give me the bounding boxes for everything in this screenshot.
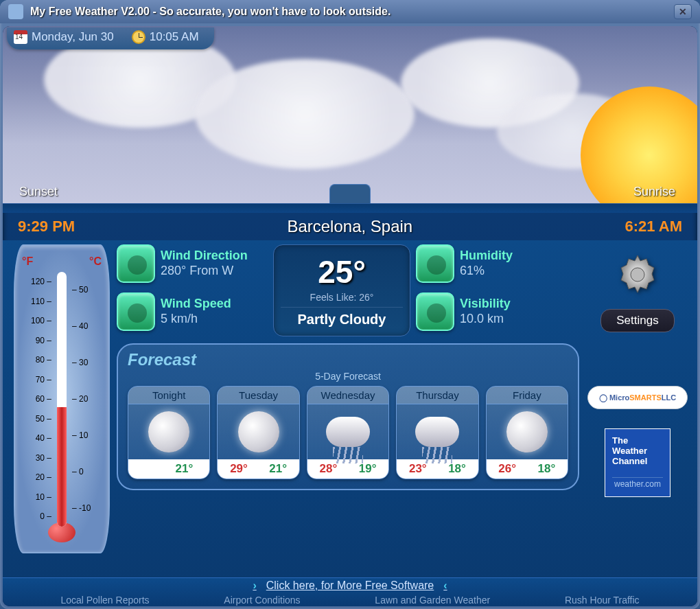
stat-label: Humidity bbox=[460, 249, 513, 264]
forecast-low: 18° bbox=[448, 462, 466, 476]
sky-panel: Sunset Sunrise Monday, Jun 30 10:05 AM bbox=[3, 26, 697, 203]
window-title: My Free Weather V2.00 - So accurate, you… bbox=[30, 5, 674, 18]
footer-link[interactable]: Lawn and Garden Weather bbox=[375, 595, 490, 606]
location-label: Barcelona, Spain bbox=[287, 217, 412, 236]
humidity-icon bbox=[416, 244, 454, 283]
fahrenheit-label: °F bbox=[22, 255, 33, 268]
stat-value: 61% bbox=[460, 264, 513, 279]
forecast-weather-icon bbox=[487, 404, 568, 459]
location-bar: 9:29 PM Barcelona, Spain 6:21 AM bbox=[3, 213, 697, 240]
weather-channel-logo[interactable]: TheWeatherChannel weather.com bbox=[605, 428, 670, 497]
current-date: Monday, Jun 30 bbox=[32, 30, 114, 44]
close-button[interactable]: ✕ bbox=[674, 4, 692, 19]
stat-label: Visibility bbox=[460, 297, 511, 312]
stat-value: 5 km/h bbox=[161, 312, 231, 327]
humidity-card: Humidity61% bbox=[416, 244, 567, 283]
clock-icon bbox=[132, 30, 145, 44]
wind-speed-icon bbox=[117, 292, 155, 331]
visibility-icon bbox=[416, 292, 454, 331]
forecast-day-name: Thursday bbox=[397, 387, 478, 404]
forecast-weather-icon bbox=[218, 404, 299, 459]
stat-value: 280° From W bbox=[161, 264, 248, 279]
forecast-high: 29° bbox=[230, 462, 248, 476]
current-temperature: 25° bbox=[281, 253, 403, 290]
celsius-label: °C bbox=[89, 255, 102, 268]
sunrise-time: 6:21 AM bbox=[625, 218, 682, 235]
feels-like: Feels Like: 26° bbox=[281, 292, 403, 303]
forecast-high: 23° bbox=[409, 462, 427, 476]
more-software-link[interactable]: › Click here, for More Free Software ‹ bbox=[3, 578, 697, 593]
chevron-left-icon: ‹ bbox=[443, 579, 447, 592]
sunset-tab-label[interactable]: Sunset bbox=[19, 185, 58, 199]
footer: › Click here, for More Free Software ‹ L… bbox=[3, 577, 697, 606]
footer-link[interactable]: Airport Conditions bbox=[224, 595, 300, 606]
forecast-weather-icon bbox=[397, 404, 478, 459]
visibility-card: Visibility10.0 km bbox=[416, 292, 567, 331]
forecast-day-name: Friday bbox=[487, 387, 568, 404]
thermometer: °F °C 120 –110 –100 –90 –80 –70 –60 –50 … bbox=[14, 244, 110, 553]
thermometer-tube bbox=[57, 272, 67, 527]
forecast-day-card[interactable]: Wednesday 28°19° bbox=[307, 386, 389, 479]
settings-button[interactable]: Settings bbox=[600, 309, 674, 332]
forecast-high: 28° bbox=[320, 462, 338, 476]
wind-speed-card: Wind Speed5 km/h bbox=[117, 292, 268, 331]
current-time: 10:05 AM bbox=[150, 30, 199, 44]
forecast-high: 26° bbox=[498, 462, 516, 476]
wind-direction-icon bbox=[117, 244, 155, 283]
cloud-icon bbox=[195, 59, 415, 169]
drag-handle[interactable] bbox=[329, 184, 371, 203]
forecast-subheading: 5-Day Forecast bbox=[128, 371, 568, 382]
f-scale: 120 –110 –100 –90 –80 –70 –60 –50 –40 –3… bbox=[23, 272, 51, 527]
forecast-day-card[interactable]: Tuesday 29°21° bbox=[217, 386, 299, 479]
microsmarts-logo[interactable]: ◯ MicroSMARTSLLC bbox=[587, 386, 688, 409]
forecast-day-card[interactable]: Thursday 23°18° bbox=[396, 386, 478, 479]
footer-link[interactable]: Local Pollen Reports bbox=[60, 595, 149, 606]
forecast-panel: Forecast 5-Day Forecast Tonight 21° Tues… bbox=[117, 343, 579, 490]
stat-value: 10.0 km bbox=[460, 312, 511, 327]
forecast-low: 19° bbox=[359, 462, 377, 476]
sunrise-tab-label[interactable]: Sunrise bbox=[633, 185, 675, 199]
stat-label: Wind Speed bbox=[161, 297, 231, 312]
date-time-pill: Monday, Jun 30 10:05 AM bbox=[7, 27, 214, 49]
titlebar[interactable]: My Free Weather V2.00 - So accurate, you… bbox=[0, 0, 700, 23]
chevron-right-icon: › bbox=[253, 579, 256, 592]
forecast-day-card[interactable]: Tonight 21° bbox=[128, 386, 210, 479]
forecast-day-name: Tuesday bbox=[218, 387, 299, 404]
forecast-low: 21° bbox=[176, 462, 194, 476]
calendar-icon bbox=[14, 30, 27, 44]
wind-direction-card: Wind Direction280° From W bbox=[117, 244, 268, 283]
forecast-day-card[interactable]: Friday 26°18° bbox=[486, 386, 568, 479]
forecast-weather-icon bbox=[128, 404, 209, 459]
forecast-weather-icon bbox=[307, 404, 388, 459]
settings-gear-icon[interactable] bbox=[616, 253, 660, 297]
stat-label: Wind Direction bbox=[161, 249, 248, 264]
forecast-heading: Forecast bbox=[128, 350, 568, 369]
current-temp-box: 25° Feels Like: 26° Partly Cloudy bbox=[273, 244, 410, 336]
app-logo-icon bbox=[8, 4, 23, 19]
forecast-low: 21° bbox=[269, 462, 287, 476]
svg-point-0 bbox=[631, 268, 644, 281]
forecast-day-name: Tonight bbox=[128, 387, 209, 404]
forecast-low: 18° bbox=[538, 462, 556, 476]
sunset-time: 9:29 PM bbox=[18, 218, 75, 235]
footer-link[interactable]: Rush Hour Traffic bbox=[565, 595, 640, 606]
current-condition: Partly Cloudy bbox=[281, 307, 403, 328]
c-scale: – 50– 40– 30– 20– 10– 0– -10 bbox=[72, 272, 101, 527]
forecast-day-name: Wednesday bbox=[307, 387, 388, 404]
